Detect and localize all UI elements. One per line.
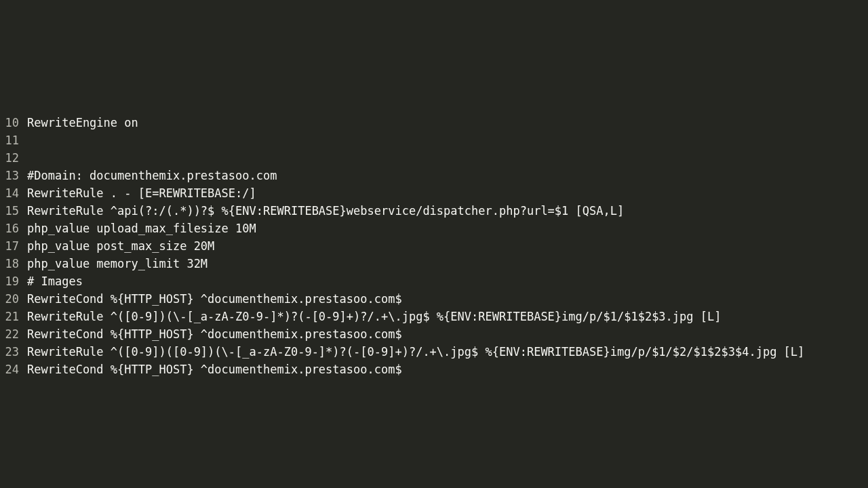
- code-line[interactable]: 15RewriteRule ^api(?:/(.*))?$ %{ENV:REWR…: [0, 202, 868, 220]
- line-content[interactable]: RewriteCond %{HTTP_HOST} ^documenthemix.…: [27, 361, 402, 378]
- line-number: 11: [0, 131, 27, 149]
- line-number: 10: [0, 114, 27, 131]
- code-line[interactable]: 17php_value post_max_size 20M: [0, 237, 868, 255]
- line-number: 20: [0, 290, 27, 308]
- code-line[interactable]: 14RewriteRule . - [E=REWRITEBASE:/]: [0, 184, 868, 202]
- line-number: 24: [0, 361, 27, 378]
- line-number: 13: [0, 167, 27, 184]
- code-line[interactable]: 20RewriteCond %{HTTP_HOST} ^documenthemi…: [0, 290, 868, 308]
- line-content[interactable]: #Domain: documenthemix.prestasoo.com: [27, 167, 277, 184]
- line-content[interactable]: RewriteRule ^api(?:/(.*))?$ %{ENV:REWRIT…: [27, 202, 624, 220]
- code-line[interactable]: 12: [0, 149, 868, 167]
- line-number: 19: [0, 272, 27, 290]
- line-number: 22: [0, 325, 27, 343]
- code-line[interactable]: 23RewriteRule ^([0-9])([0-9])(\-[_a-zA-Z…: [0, 343, 868, 361]
- line-content[interactable]: php_value memory_limit 32M: [27, 255, 208, 272]
- line-content[interactable]: RewriteRule ^([0-9])([0-9])(\-[_a-zA-Z0-…: [27, 343, 804, 361]
- code-line[interactable]: 18php_value memory_limit 32M: [0, 255, 868, 272]
- line-number: 21: [0, 308, 27, 325]
- code-line[interactable]: 21RewriteRule ^([0-9])(\-[_a-zA-Z0-9-]*)…: [0, 308, 868, 325]
- line-content[interactable]: RewriteCond %{HTTP_HOST} ^documenthemix.…: [27, 325, 402, 343]
- line-content[interactable]: RewriteRule ^([0-9])(\-[_a-zA-Z0-9-]*)?(…: [27, 308, 722, 325]
- line-content[interactable]: # Images: [27, 272, 83, 290]
- line-number: 14: [0, 184, 27, 202]
- code-line[interactable]: 19# Images: [0, 272, 868, 290]
- code-editor[interactable]: 10RewriteEngine on111213#Domain: documen…: [0, 114, 868, 378]
- line-content[interactable]: RewriteCond %{HTTP_HOST} ^documenthemix.…: [27, 290, 402, 308]
- code-line[interactable]: 24RewriteCond %{HTTP_HOST} ^documenthemi…: [0, 361, 868, 378]
- code-line[interactable]: 13#Domain: documenthemix.prestasoo.com: [0, 167, 868, 184]
- line-content[interactable]: RewriteRule . - [E=REWRITEBASE:/]: [27, 184, 256, 202]
- line-content[interactable]: RewriteEngine on: [27, 114, 138, 131]
- code-line[interactable]: 11: [0, 131, 868, 149]
- code-line[interactable]: 22RewriteCond %{HTTP_HOST} ^documenthemi…: [0, 325, 868, 343]
- line-content[interactable]: php_value post_max_size 20M: [27, 237, 214, 255]
- code-line[interactable]: 16php_value upload_max_filesize 10M: [0, 220, 868, 237]
- line-number: 17: [0, 237, 27, 255]
- code-line[interactable]: 10RewriteEngine on: [0, 114, 868, 131]
- line-number: 23: [0, 343, 27, 361]
- line-content[interactable]: php_value upload_max_filesize 10M: [27, 220, 256, 237]
- line-number: 18: [0, 255, 27, 272]
- line-number: 12: [0, 149, 27, 167]
- line-number: 15: [0, 202, 27, 220]
- line-number: 16: [0, 220, 27, 237]
